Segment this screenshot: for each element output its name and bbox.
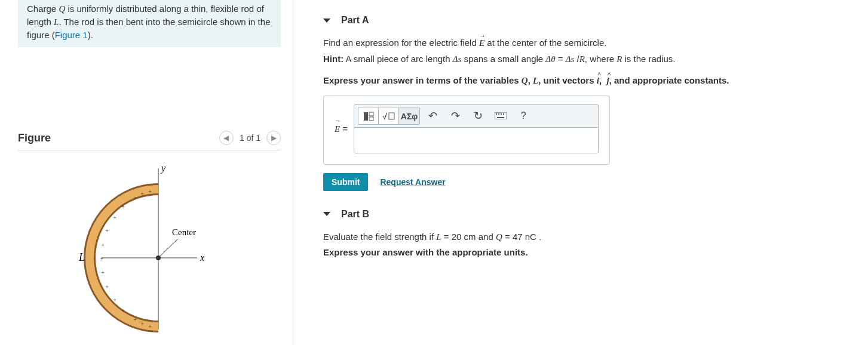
collapse-icon	[323, 212, 330, 216]
svg-rect-23	[389, 113, 394, 119]
svg-rect-29	[497, 117, 504, 118]
svg-text:+: +	[121, 307, 125, 314]
part-a-express: Express your answer in terms of the vari…	[323, 75, 850, 86]
svg-rect-19	[364, 112, 368, 121]
request-answer-link[interactable]: Request Answer	[380, 177, 445, 187]
axis-y-label: y	[160, 163, 166, 174]
svg-text:√: √	[382, 112, 387, 121]
answer-label: E =	[335, 124, 348, 134]
figure-counter: 1 of 1	[240, 133, 260, 143]
svg-text:+: +	[113, 296, 116, 303]
length-label: L	[78, 251, 85, 263]
part-a-header[interactable]: Part A	[323, 15, 850, 26]
svg-line-18	[158, 239, 178, 258]
svg-rect-24	[495, 112, 507, 119]
figure-prev-button[interactable]: ◀	[219, 131, 234, 145]
svg-rect-20	[369, 112, 373, 116]
svg-rect-27	[501, 113, 502, 115]
figure-link[interactable]: Figure 1	[55, 30, 88, 40]
svg-text:+: +	[133, 316, 137, 323]
part-a-title: Part A	[341, 15, 369, 26]
svg-text:+: +	[105, 227, 109, 234]
center-label: Center	[172, 227, 196, 237]
reset-button[interactable]: ↻	[468, 107, 488, 125]
svg-text:+: +	[121, 203, 125, 210]
svg-text:+: +	[133, 194, 137, 201]
answer-box: E = √ ΑΣφ ↶ ↷	[323, 96, 610, 165]
svg-text:+: +	[140, 320, 144, 327]
svg-rect-25	[496, 113, 497, 115]
figure-title: Figure	[18, 132, 51, 144]
axis-x-label: x	[200, 252, 204, 263]
templates-button[interactable]	[358, 107, 379, 125]
svg-text:+: +	[100, 255, 103, 262]
svg-text:+: +	[101, 241, 105, 248]
svg-rect-26	[498, 113, 499, 115]
redo-button[interactable]: ↷	[445, 107, 465, 125]
part-b-prompt: Evaluate the field strength if L = 20 cm…	[323, 230, 850, 244]
svg-text:+: +	[148, 187, 152, 195]
submit-button[interactable]: Submit	[323, 173, 368, 191]
part-a-hint: Hint: A small piece of arc length Δs spa…	[323, 54, 850, 64]
svg-rect-28	[503, 113, 504, 115]
problem-statement: Charge Q is uniformly distributed along …	[18, 0, 281, 47]
svg-rect-21	[369, 117, 373, 121]
figure-image: y x +++ ++ ++ ++ ++ ++ ++ Center L	[18, 150, 281, 345]
svg-text:+: +	[148, 322, 152, 329]
part-a-prompt: Find an expression for the electric fiel…	[323, 36, 850, 50]
equation-toolbar: √ ΑΣφ ↶ ↷ ↻ ?	[354, 104, 599, 127]
svg-text:+: +	[101, 269, 105, 276]
svg-text:+: +	[105, 283, 109, 290]
part-b-header[interactable]: Part B	[323, 209, 850, 220]
help-button[interactable]: ?	[513, 107, 533, 125]
collapse-icon	[323, 19, 330, 23]
greek-button[interactable]: ΑΣφ	[399, 107, 419, 125]
part-b-express: Express your answer with the appropriate…	[323, 247, 850, 257]
keyboard-button[interactable]	[490, 107, 511, 125]
sqrt-button[interactable]: √	[379, 107, 399, 125]
undo-button[interactable]: ↶	[422, 107, 443, 125]
svg-text:+: +	[140, 190, 144, 197]
answer-input[interactable]	[354, 127, 599, 153]
svg-text:+: +	[113, 214, 116, 221]
figure-next-button[interactable]: ▶	[266, 131, 281, 145]
part-b-title: Part B	[341, 209, 369, 220]
